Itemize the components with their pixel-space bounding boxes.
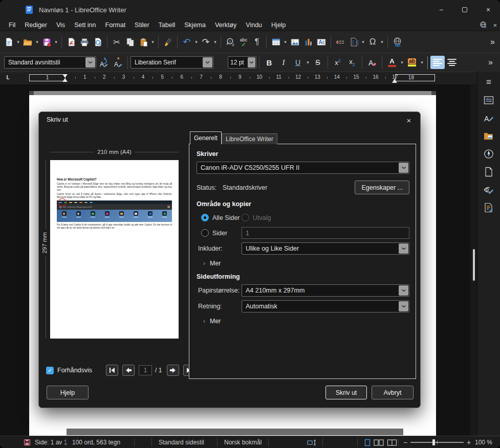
- zoom-slider-thumb[interactable]: [432, 439, 435, 445]
- all-pages-option[interactable]: Alle Sider: [197, 214, 242, 221]
- new-dropdown-caret[interactable]: ▾: [15, 39, 21, 44]
- paper-size-combobox[interactable]: A4 210mm x 297mm: [242, 284, 409, 297]
- menu-item[interactable]: Vis: [52, 20, 70, 30]
- menu-item[interactable]: Verktøy: [210, 20, 241, 30]
- open-button[interactable]: [21, 34, 34, 50]
- menu-item[interactable]: Format: [101, 20, 131, 30]
- underline-button[interactable]: U: [291, 55, 305, 70]
- sidebar-styles-button[interactable]: A: [482, 111, 495, 124]
- properties-button[interactable]: Egenskaper ...: [355, 181, 409, 194]
- previous-page-button[interactable]: [122, 365, 135, 376]
- help-button[interactable]: Hjelp: [47, 386, 89, 399]
- all-pages-radio[interactable]: [201, 214, 209, 221]
- zoom-slider[interactable]: [410, 436, 464, 448]
- save-button[interactable]: [40, 34, 53, 50]
- undo-dropdown-caret[interactable]: ▾: [193, 39, 199, 44]
- first-page-button[interactable]: [106, 365, 118, 376]
- font-name-combobox[interactable]: Liberation Serif: [131, 56, 213, 69]
- align-center-button[interactable]: [445, 56, 459, 69]
- pages-range-input[interactable]: [242, 227, 409, 239]
- scrollbar-thumb[interactable]: [473, 249, 475, 281]
- highlight-color-button[interactable]: ab: [405, 55, 419, 70]
- highlight-dropdown-caret[interactable]: ▾: [419, 60, 425, 65]
- paper-size-dropdown[interactable]: [399, 285, 408, 296]
- subscript-button[interactable]: x2: [345, 55, 359, 70]
- cancel-button[interactable]: Avbryt: [372, 386, 414, 399]
- sidebar-navigator-button[interactable]: [482, 147, 495, 160]
- paragraph-style-combobox[interactable]: Standard avsnittstil: [4, 56, 96, 69]
- sidebar-gallery-button[interactable]: [482, 129, 495, 142]
- language-globe-icon[interactable]: [480, 21, 488, 29]
- print-button-confirm[interactable]: Skriv ut: [325, 386, 367, 399]
- menu-item[interactable]: Hjelp: [267, 20, 291, 30]
- layout-more-expander[interactable]: ›Mer: [197, 318, 409, 325]
- zoom-in-button[interactable]: +: [467, 436, 471, 448]
- horizontal-ruler[interactable]: L 1 1234567891011121314151617 18: [0, 72, 500, 84]
- menu-item[interactable]: Rediger: [20, 20, 52, 30]
- insert-table-button[interactable]: [269, 34, 282, 50]
- hyperlink-button[interactable]: [390, 34, 404, 50]
- menu-item[interactable]: Sett inn: [70, 20, 100, 30]
- tab-general[interactable]: Generelt: [190, 131, 222, 144]
- insert-mode-icon[interactable]: [307, 436, 318, 448]
- undo-button[interactable]: ↶: [180, 34, 193, 50]
- italic-button[interactable]: I: [276, 55, 291, 70]
- save-status-icon[interactable]: [24, 436, 31, 448]
- menu-item[interactable]: Skjema: [180, 20, 210, 30]
- printer-dropdown[interactable]: [399, 163, 408, 173]
- menu-item[interactable]: Vindu: [241, 20, 267, 30]
- bold-button[interactable]: B: [262, 55, 276, 70]
- font-color-button[interactable]: A: [385, 55, 399, 70]
- formatting-marks-button[interactable]: ¶: [250, 34, 264, 50]
- pages-radio[interactable]: [201, 229, 209, 237]
- table-dropdown-caret[interactable]: ▾: [282, 39, 288, 44]
- special-character-button[interactable]: Ω: [366, 34, 379, 50]
- sidebar-settings-button[interactable]: ≡: [482, 76, 495, 88]
- new-style-button[interactable]: *A: [111, 55, 125, 70]
- include-combobox[interactable]: Ulike og Like Sider: [242, 242, 409, 255]
- clone-formatting-button[interactable]: [161, 34, 175, 50]
- paste-button[interactable]: [137, 34, 150, 50]
- preview-checkbox[interactable]: ✓: [46, 367, 54, 374]
- clear-formatting-button[interactable]: A: [365, 55, 379, 70]
- page-number-input[interactable]: [139, 365, 152, 375]
- next-page-button[interactable]: [167, 365, 179, 376]
- strikethrough-button[interactable]: S: [311, 55, 325, 70]
- printer-combobox[interactable]: Canon iR-ADV C5250/5255 UFR II: [197, 162, 409, 174]
- spelling-button[interactable]: abc✓: [237, 34, 250, 50]
- sidebar-properties-button[interactable]: [482, 94, 495, 106]
- vertical-scrollbar[interactable]: [470, 84, 477, 436]
- new-document-button[interactable]: [2, 34, 15, 50]
- special-character-dropdown-caret[interactable]: ▾: [379, 39, 385, 44]
- redo-button[interactable]: ↷: [199, 34, 212, 50]
- export-pdf-button[interactable]: [64, 34, 78, 50]
- include-dropdown[interactable]: [399, 243, 408, 254]
- print-preview-button[interactable]: [91, 34, 104, 50]
- find-replace-button[interactable]: ad: [224, 34, 237, 50]
- page-break-button[interactable]: [334, 34, 347, 50]
- insert-textbox-button[interactable]: A: [315, 34, 328, 50]
- language-status[interactable]: Norsk bokmål: [224, 436, 262, 448]
- font-color-dropdown-caret[interactable]: ▾: [399, 60, 405, 65]
- maximize-button[interactable]: [453, 0, 476, 19]
- toolbar-overflow-button[interactable]: »: [490, 37, 494, 47]
- superscript-button[interactable]: x2: [331, 55, 345, 70]
- insert-chart-button[interactable]: [301, 34, 315, 50]
- align-left-button[interactable]: [430, 56, 445, 69]
- font-name-dropdown[interactable]: [203, 57, 212, 68]
- orientation-combobox[interactable]: Automatisk: [242, 300, 409, 312]
- close-document-button[interactable]: ×: [493, 21, 497, 29]
- underline-dropdown-caret[interactable]: ▾: [305, 60, 311, 65]
- zoom-level-status[interactable]: 100 %: [475, 436, 492, 448]
- menu-item[interactable]: Fil: [4, 20, 20, 30]
- menu-item[interactable]: Tabell: [154, 20, 180, 30]
- page-style-status[interactable]: Standard sidestil: [159, 436, 204, 448]
- update-style-button[interactable]: A: [96, 55, 111, 70]
- zoom-out-button[interactable]: −: [403, 436, 407, 448]
- print-button[interactable]: [78, 34, 91, 50]
- book-view-button[interactable]: [387, 439, 397, 446]
- close-window-button[interactable]: ×: [476, 0, 500, 19]
- cut-button[interactable]: ✂: [110, 34, 123, 50]
- tab-stop-type-button[interactable]: L: [6, 74, 10, 81]
- print-dialog-close-button[interactable]: ×: [403, 115, 415, 126]
